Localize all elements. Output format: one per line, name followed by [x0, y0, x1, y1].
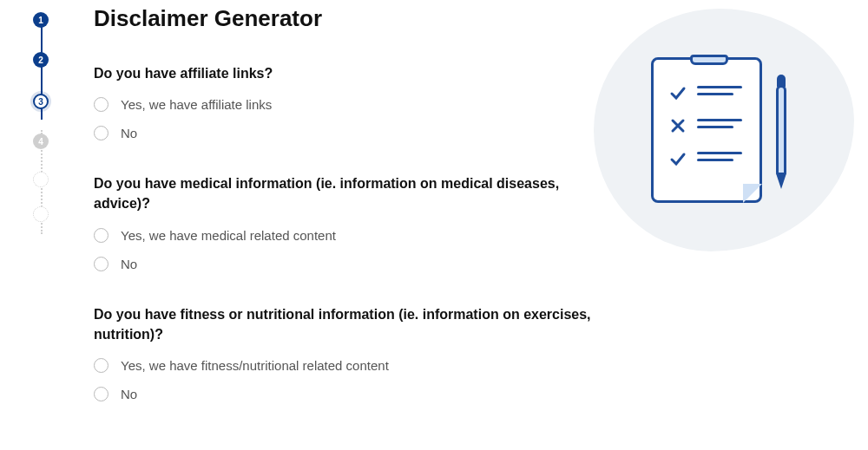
checklist-row [669, 84, 742, 101]
form-main: Disclaimer Generator Do you have affilia… [94, 5, 593, 434]
step-2[interactable]: 2 [33, 52, 49, 68]
step-number: 2 [38, 55, 43, 65]
radio-icon [94, 358, 108, 373]
check-icon [669, 150, 687, 167]
option-affiliate-no[interactable]: No [94, 126, 593, 140]
text-lines-icon [697, 152, 742, 166]
radio-icon [94, 228, 108, 243]
option-medical-no[interactable]: No [94, 257, 593, 271]
clipboard-icon [651, 57, 762, 203]
pen-icon [773, 66, 790, 196]
checklist-row [669, 150, 742, 167]
step-number: 1 [38, 16, 43, 25]
clipboard-illustration [594, 9, 854, 251]
option-affiliate-yes[interactable]: Yes, we have affiliate links [94, 97, 593, 112]
option-medical-yes[interactable]: Yes, we have medical related content [94, 228, 593, 243]
question-medical: Do you have medical information (ie. inf… [94, 173, 593, 271]
question-fitness: Do you have fitness or nutritional infor… [94, 304, 593, 401]
step-number: 3 [38, 97, 43, 107]
cross-icon [669, 117, 687, 134]
step-number: 4 [38, 137, 43, 147]
option-fitness-yes[interactable]: Yes, we have fitness/nutritional related… [94, 358, 593, 373]
check-icon [669, 84, 687, 101]
clip-icon [690, 55, 728, 65]
question-affiliate: Do you have affiliate links? Yes, we hav… [94, 63, 593, 140]
checklist-row [669, 117, 742, 134]
page-title: Disclaimer Generator [94, 5, 593, 32]
step-3-current[interactable]: 3 [33, 94, 49, 109]
option-label: No [121, 126, 137, 140]
radio-icon [94, 126, 108, 140]
radio-icon [94, 387, 108, 401]
option-label: No [121, 257, 137, 271]
radio-icon [94, 97, 108, 112]
page-fold-icon [743, 184, 762, 203]
question-label: Do you have fitness or nutritional infor… [94, 304, 593, 344]
step-ghost [33, 172, 49, 187]
option-label: Yes, we have affiliate links [121, 97, 272, 112]
question-label: Do you have medical information (ie. inf… [94, 173, 593, 213]
option-label: Yes, we have fitness/nutritional related… [121, 358, 389, 373]
option-label: Yes, we have medical related content [121, 228, 336, 243]
step-4: 4 [33, 134, 49, 149]
step-1[interactable]: 1 [33, 12, 49, 28]
option-label: No [121, 387, 137, 401]
option-fitness-no[interactable]: No [94, 387, 593, 401]
question-label: Do you have affiliate links? [94, 63, 593, 83]
text-lines-icon [697, 86, 742, 100]
step-ghost [33, 206, 49, 222]
radio-icon [94, 257, 108, 271]
text-lines-icon [697, 119, 742, 133]
